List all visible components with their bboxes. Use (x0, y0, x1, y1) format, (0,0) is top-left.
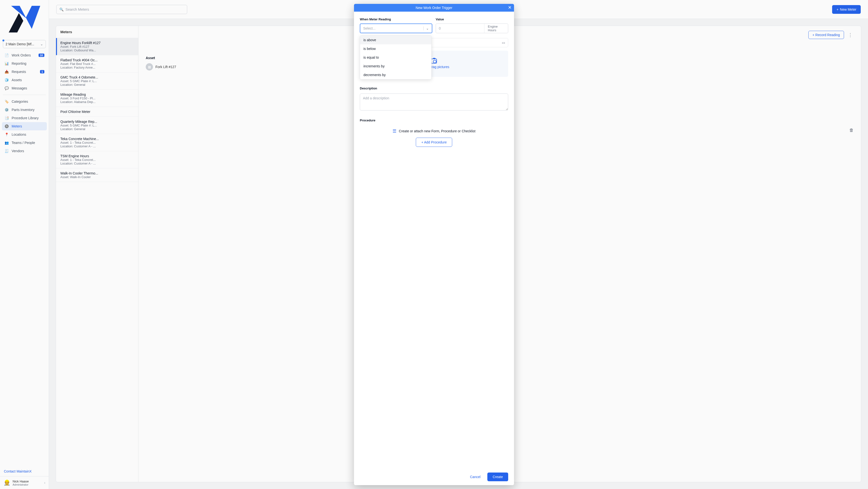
dropdown-option[interactable]: is equal to (360, 53, 431, 62)
close-icon[interactable]: ✕ (508, 5, 512, 10)
when-reading-label: When Meter Reading (360, 18, 432, 21)
dropdown-option[interactable]: increments by (360, 62, 431, 70)
new-trigger-modal: New Work Order Trigger ✕ When Meter Read… (354, 4, 514, 485)
cancel-button[interactable]: Cancel (470, 475, 480, 479)
modal-header: New Work Order Trigger ✕ (354, 4, 514, 12)
camera-icon (431, 59, 437, 64)
dropdown-option[interactable]: decrements by (360, 70, 431, 79)
procedure-hint: Create or attach new Form, Procedure or … (399, 129, 475, 133)
when-reading-placeholder: Select... (363, 26, 376, 30)
value-unit: Engine Hours (484, 24, 508, 33)
dropdown-option[interactable]: is above (360, 36, 431, 44)
list-icon: ☰ (393, 128, 396, 134)
card-icon: ▭ (502, 41, 505, 44)
value-input-group: Engine Hours (436, 24, 508, 33)
create-button[interactable]: Create (487, 472, 508, 481)
modal-title: New Work Order Trigger (415, 6, 452, 10)
when-reading-dropdown: is aboveis belowis equal toincrements by… (360, 35, 432, 79)
value-label: Value (436, 18, 508, 21)
modal-footer: Cancel Create (354, 469, 514, 485)
chevron-down-icon: ⌄ (423, 26, 429, 30)
modal-body: When Meter Reading Select... ⌄ is abovei… (354, 12, 514, 469)
add-procedure-button[interactable]: + Add Procedure (416, 138, 453, 147)
value-input[interactable] (436, 26, 484, 30)
procedure-label: Procedure (360, 119, 508, 122)
when-reading-select[interactable]: Select... ⌄ (360, 24, 432, 33)
dropdown-option[interactable]: is below (360, 44, 431, 53)
description-label: Description (360, 87, 508, 90)
description-textarea[interactable] (360, 94, 508, 110)
modal-overlay: New Work Order Trigger ✕ When Meter Read… (0, 0, 868, 489)
